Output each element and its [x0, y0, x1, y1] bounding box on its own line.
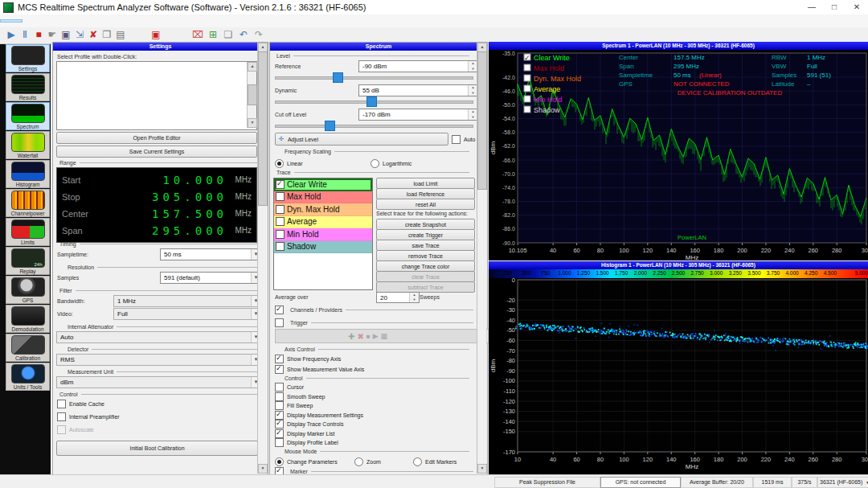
settings-panel-header[interactable]: Settings [53, 43, 268, 51]
trace-top-button-load-reference[interactable]: load Reference [376, 188, 475, 199]
average-spinner[interactable]: 20▲▼ [376, 292, 420, 303]
trace-list[interactable]: Clear WriteMax HoldDyn. Max HoldAverageM… [273, 178, 373, 290]
cutoff-slider[interactable] [275, 121, 473, 129]
profile-item-gigabitpowerline[interactable] [57, 62, 256, 73]
status-36321-hf-6065[interactable]: 36321 (HF-6065)▼ [817, 477, 868, 488]
control-checkbox-display-trace-controls[interactable]: Display Trace Controls [275, 420, 343, 429]
sidebar-item-units-tools[interactable]: Units / Tools [6, 363, 50, 391]
pause-icon[interactable]: Ⅱ [18, 29, 31, 42]
trace-action-button-subtract-trace[interactable]: subtract Trace [376, 281, 475, 293]
profile-item-homeplug-av-ieee-1901[interactable] [57, 95, 256, 106]
mouse-mode-radio-change-parameters[interactable]: Change Parameters [275, 457, 338, 466]
trace-row-dyn-max-hold[interactable]: Dyn. Max Hold [274, 203, 372, 216]
settings-checkbox-autoscale[interactable]: Autoscale [57, 425, 94, 434]
profile-list-scrollbar[interactable]: ▲▼ [247, 62, 256, 128]
snapshot-icon[interactable]: ▣ [59, 29, 72, 42]
minimize-button[interactable]: — [800, 1, 823, 14]
disconnect-device-icon[interactable]: ⌧ [191, 29, 204, 42]
trace-checkbox-icon[interactable] [276, 205, 285, 214]
menu-item-measurement[interactable] [0, 19, 23, 23]
legend-checkbox-shadow[interactable] [524, 106, 530, 113]
spectrum-chart-title[interactable]: Spectrum 1 - PowerLAN (10 MHz - 305 MHz)… [489, 42, 868, 50]
settings-checkbox-enable-cache[interactable]: Enable Cache [57, 400, 104, 408]
spectrum-panel-header[interactable]: Spectrum [270, 43, 487, 51]
run-trigger-icon[interactable]: ▶ [373, 332, 379, 340]
sidebar-item-replay[interactable]: Replay [6, 247, 50, 275]
profile-item-homeplug-av2-ieee-1901[interactable] [57, 105, 256, 117]
legend-checkbox-max-hold[interactable] [524, 64, 530, 71]
open-profile-editor-button[interactable]: Open Profile Editor [56, 132, 257, 144]
limit-alarm-icon[interactable]: ▣ [149, 29, 162, 42]
trace-top-button-reset-all[interactable]: reset All [376, 199, 475, 210]
trigger-checkbox[interactable] [275, 318, 287, 327]
add-trigger-icon[interactable]: ✚ [348, 332, 354, 341]
sidebar-item-gps[interactable]: GPS [6, 276, 50, 304]
trace-action-button-remove-trace[interactable]: remove Trace [376, 250, 475, 261]
sidebar-item-spectrum[interactable]: Spectrum [6, 102, 50, 130]
legend-checkbox-average[interactable] [524, 85, 530, 92]
mouse-mode-radio-edit-markers[interactable]: Edit Markers [413, 457, 457, 466]
save-image-icon[interactable]: ▤ [114, 29, 127, 42]
control-checkbox-display-measurement-settings[interactable]: Display Measurement Settings [275, 411, 363, 420]
spectrum-chart-canvas[interactable]: -35.0-42.0-46.0-50.0-54.0-58.0-62.0-66.0… [489, 50, 868, 260]
axis-checkbox-show-measurement-value-axis[interactable]: Show Measurement Value Axis [275, 365, 364, 374]
profile-list[interactable] [56, 61, 257, 130]
control-checkbox-display-marker-list[interactable]: Display Marker List [275, 429, 335, 438]
copy-icon[interactable]: ❐ [100, 29, 113, 42]
remove-trigger-icon[interactable]: ✖ [357, 332, 363, 341]
fullscreen-icon[interactable]: ❏ [222, 29, 235, 42]
scaling-radio-linear[interactable]: Linear [275, 159, 302, 168]
trace-row-clear-write[interactable]: Clear Write [274, 178, 372, 191]
samples-combo[interactable]: 591 (default)▼ [160, 272, 261, 284]
detector-combo[interactable]: RMS▼ [56, 354, 261, 366]
close-button[interactable]: ✕ [845, 1, 868, 14]
sidebar-item-limits[interactable]: Limits [6, 218, 50, 246]
trace-row-average[interactable]: Average [274, 216, 372, 229]
attenuator-combo[interactable]: Auto▼ [56, 331, 261, 343]
sidebar-item-calibration[interactable]: Calibration [6, 334, 50, 362]
trace-action-button-save-trace[interactable]: save Trace [376, 240, 475, 251]
save-trigger-icon[interactable]: ▦ [381, 332, 388, 340]
unit-combo[interactable]: dBm▼ [56, 376, 261, 388]
sidebar-item-channelpower[interactable]: Channelpower [6, 189, 50, 217]
menu-item-session[interactable] [90, 19, 113, 23]
trace-top-button-load-limit[interactable]: load Limit [376, 178, 475, 189]
profile-item-homeplug-turbo[interactable] [57, 117, 256, 128]
reference-spinner[interactable]: -90 dBm▲▼ [358, 60, 478, 72]
initial-boot-calibration-button[interactable]: Initial Boot Calibration [56, 441, 258, 456]
menu-item-edit[interactable] [68, 19, 90, 23]
trace-row-shadow[interactable]: Shadow [274, 241, 372, 254]
delete-profile-icon[interactable]: ✘ [87, 29, 100, 42]
profile-item-homeplug-av[interactable] [57, 84, 256, 95]
menu-item-6[interactable] [135, 19, 158, 23]
export-icon[interactable]: ⇲ [73, 29, 86, 42]
sidebar-item-results[interactable]: Results [6, 73, 50, 101]
control-checkbox-fill-sweep[interactable]: Fill Sweep [275, 401, 313, 410]
channels-checkbox[interactable] [275, 306, 287, 314]
video-combo[interactable]: Full▼ [113, 308, 261, 320]
stop-icon[interactable]: ■ [32, 29, 45, 42]
sidebar-item-histogram[interactable]: Histogram [6, 160, 50, 188]
adjust-level-button[interactable]: ✣Adjust Level [275, 133, 448, 146]
trigger-hand-icon[interactable]: ☛ [46, 29, 59, 42]
dynamic-slider[interactable] [275, 97, 473, 105]
connect-device-icon[interactable]: ⊞ [207, 29, 219, 42]
redo-icon[interactable]: ↷ [252, 29, 265, 42]
trace-action-button-create-trigger[interactable]: create Trigger [376, 229, 475, 240]
trace-action-button-change-trace-color[interactable]: change Trace color [376, 260, 475, 272]
trace-row-min-hold[interactable]: Min Hold [274, 228, 372, 241]
control-checkbox-display-profile-label[interactable]: Display Profile Label [275, 438, 338, 447]
spectrum-panel-scrollbar[interactable]: ▲▼ [477, 43, 486, 474]
dynamic-spinner[interactable]: 55 dB▲▼ [358, 84, 478, 96]
axis-checkbox-show-frequency-axis[interactable]: Show Frequency Axis [275, 355, 341, 363]
scaling-radio-logarithmic[interactable]: Logarithmic [371, 159, 411, 168]
bandwidth-combo[interactable]: 1 MHz▼ [113, 295, 261, 307]
play-icon[interactable]: ▶ [5, 29, 18, 42]
trace-checkbox-icon[interactable] [276, 230, 285, 239]
menu-item-graphics[interactable] [45, 19, 68, 23]
trace-checkbox-icon[interactable] [276, 242, 285, 251]
maximize-button[interactable]: □ [823, 1, 845, 14]
settings-checkbox-internal-preamplifier[interactable]: Internal Preamplifier [57, 412, 120, 421]
legend-checkbox-dyn-max-hold[interactable] [524, 75, 530, 81]
cutoff-spinner[interactable]: -170 dBm▲▼ [358, 109, 478, 121]
